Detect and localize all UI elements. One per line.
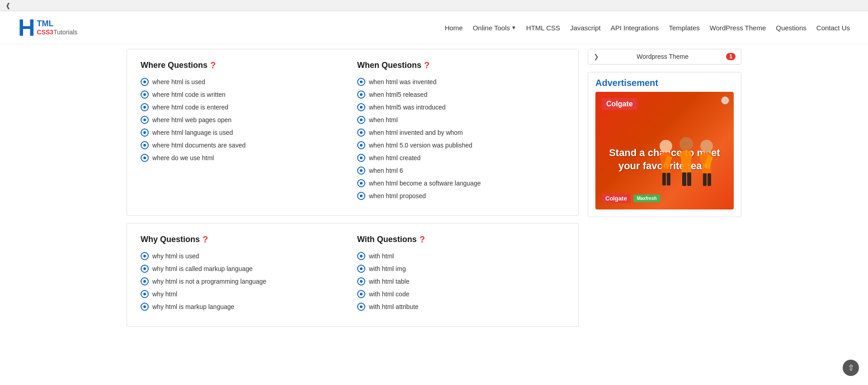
list-item[interactable]: with html table <box>357 277 565 285</box>
bullet-icon <box>357 78 365 86</box>
bullet-icon <box>357 265 365 273</box>
list-item[interactable]: when html <box>357 116 565 124</box>
sidebar-item-wordpress[interactable]: ❯ Wordpress Theme 1 <box>588 49 741 64</box>
sidebar: ❯ Wordpress Theme 1 Advertisement Colgat… <box>588 49 741 334</box>
tab-chevron[interactable]: ❰ <box>5 2 11 9</box>
ad-image-container: Colgate i <box>595 92 734 209</box>
list-item[interactable]: when html created <box>357 154 565 162</box>
page-layout: Where Questions ? where html is used whe… <box>118 44 750 338</box>
with-questions-col: With Questions ? with html with html img… <box>353 234 569 315</box>
nav-questions[interactable]: Questions <box>776 24 807 32</box>
list-item[interactable]: when html 6 <box>357 166 565 175</box>
navbar: H TML CSS3Tutorials Home Online Tools ▼ … <box>0 11 868 44</box>
main-content: Where Questions ? where html is used whe… <box>127 49 579 334</box>
with-question-mark: ? <box>420 234 425 245</box>
bullet-icon <box>141 290 149 298</box>
bullet-icon <box>357 290 365 298</box>
logo-text: TML CSS3Tutorials <box>37 19 78 36</box>
bullet-icon <box>357 252 365 260</box>
when-question-list: when html was invented when html5 releas… <box>357 78 565 200</box>
nav-contact-us[interactable]: Contact Us <box>816 24 850 32</box>
list-item[interactable]: when html 5.0 version was published <box>357 141 565 149</box>
bullet-icon <box>141 103 149 111</box>
list-item[interactable]: when html invented and by whom <box>357 128 565 137</box>
bullet-icon <box>357 116 365 124</box>
list-item[interactable]: where html documents are saved <box>141 141 348 149</box>
list-item[interactable]: with html <box>357 252 565 260</box>
bullet-icon <box>141 90 149 99</box>
list-item[interactable]: when html5 was introduced <box>357 103 565 111</box>
logo-letter-h: H <box>18 16 35 39</box>
svg-rect-4 <box>662 173 666 185</box>
svg-rect-16 <box>703 173 707 186</box>
with-question-list: with html with html img with html table … <box>357 252 565 311</box>
nav-api-integrations[interactable]: API Integrations <box>611 24 659 32</box>
list-item[interactable]: when html was invented <box>357 78 565 86</box>
list-item[interactable]: why html is called markup language <box>141 265 348 273</box>
when-questions-col: When Questions ? when html was invented … <box>353 60 569 204</box>
sidebar-wordpress-card: ❯ Wordpress Theme 1 <box>588 49 741 65</box>
list-item[interactable]: with html attribute <box>357 303 565 311</box>
nav-html-css[interactable]: HTML CSS <box>526 24 560 32</box>
where-question-mark: ? <box>210 60 216 71</box>
list-item[interactable]: why html is used <box>141 252 348 260</box>
sidebar-advertisement-card: Advertisement Colgate i <box>588 72 741 217</box>
list-item[interactable]: when html become a software language <box>357 179 565 187</box>
browser-tab: ❰ <box>0 0 868 11</box>
logo-css3tutorials: CSS3Tutorials <box>37 29 78 36</box>
list-item[interactable]: why html <box>141 290 348 298</box>
nav-javascript[interactable]: Javascript <box>570 24 601 32</box>
list-item[interactable]: where html code is entered <box>141 103 348 111</box>
list-item[interactable]: when html5 released <box>357 90 565 99</box>
when-section-title: When Questions ? <box>357 60 565 71</box>
bullet-icon <box>141 303 149 311</box>
bullet-icon <box>357 90 365 99</box>
nav-online-tools[interactable]: Online Tools ▼ <box>473 24 516 32</box>
svg-rect-10 <box>682 172 686 186</box>
bullet-icon <box>141 128 149 137</box>
bullet-icon <box>141 265 149 273</box>
svg-point-6 <box>679 137 693 151</box>
why-with-card: Why Questions ? why html is used why htm… <box>127 223 579 327</box>
where-section-title: Where Questions ? <box>141 60 348 71</box>
advertisement-title: Advertisement <box>588 72 741 92</box>
svg-point-12 <box>700 140 713 152</box>
list-item[interactable]: where html code is written <box>141 90 348 99</box>
questions-grid-where-when: Where Questions ? where html is used whe… <box>136 60 569 204</box>
why-question-list: why html is used why html is called mark… <box>141 252 348 311</box>
why-question-mark: ? <box>203 234 208 245</box>
list-item[interactable]: where html is used <box>141 78 348 86</box>
bullet-icon <box>141 141 149 149</box>
ad-maxfresh-brand: Maxfresh <box>633 195 660 202</box>
bullet-icon <box>357 303 365 311</box>
bullet-icon <box>357 179 365 187</box>
where-question-list: where html is used where html code is wr… <box>141 78 348 162</box>
ad-players-illustration <box>639 124 729 196</box>
where-when-card: Where Questions ? where html is used whe… <box>127 49 579 216</box>
list-item[interactable]: with html code <box>357 290 565 298</box>
ad-info-icon[interactable]: i <box>721 96 729 105</box>
list-item[interactable]: why html is markup language <box>141 303 348 311</box>
logo[interactable]: H TML CSS3Tutorials <box>18 16 77 39</box>
with-section-title: With Questions ? <box>357 234 565 245</box>
bullet-icon <box>357 128 365 137</box>
svg-point-0 <box>660 140 672 152</box>
svg-rect-5 <box>667 173 670 185</box>
list-item[interactable]: when html proposed <box>357 192 565 200</box>
nav-wordpress-theme[interactable]: WordPress Theme <box>710 24 766 32</box>
nav-templates[interactable]: Templates <box>669 24 699 32</box>
bullet-icon <box>357 192 365 200</box>
when-question-mark: ? <box>424 60 429 71</box>
list-item[interactable]: why html is not a programming language <box>141 277 348 285</box>
bullet-icon <box>141 154 149 162</box>
logo-html: TML <box>37 19 78 29</box>
list-item[interactable]: where html language is used <box>141 128 348 137</box>
list-item[interactable]: with html img <box>357 265 565 273</box>
bullet-icon <box>357 141 365 149</box>
nav-home[interactable]: Home <box>445 24 463 32</box>
bullet-icon <box>141 252 149 260</box>
list-item[interactable]: where html web pages open <box>141 116 348 124</box>
chevron-down-icon: ▼ <box>511 25 516 30</box>
nav-links: Home Online Tools ▼ HTML CSS Javascript … <box>445 24 850 32</box>
list-item[interactable]: where do we use html <box>141 154 348 162</box>
